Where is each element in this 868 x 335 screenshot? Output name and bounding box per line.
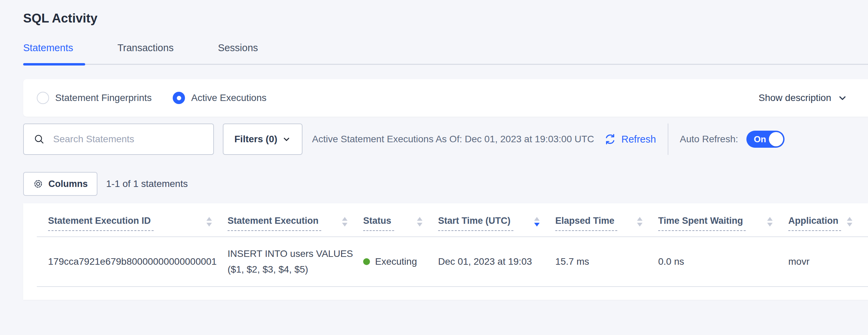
- as-of-timestamp: Active Statement Executions As Of: Dec 0…: [312, 134, 594, 145]
- statements-table: Statement Execution ID Statement Executi…: [23, 203, 868, 300]
- result-count: 1-1 of 1 statements: [106, 178, 188, 189]
- toolbar: Filters (0) Active Statement Executions …: [23, 123, 868, 155]
- divider: [668, 123, 668, 155]
- filters-button[interactable]: Filters (0): [223, 123, 303, 155]
- columns-button-label: Columns: [48, 179, 88, 189]
- status-dot-icon: [363, 258, 370, 265]
- show-description-label: Show description: [759, 92, 831, 103]
- view-mode-card: Statement Fingerprints Active Executions…: [23, 79, 868, 117]
- auto-refresh-label: Auto Refresh:: [680, 134, 738, 145]
- filters-label: Filters (0): [234, 134, 277, 145]
- gear-icon: [33, 178, 44, 189]
- sort-icon[interactable]: [847, 216, 852, 227]
- column-header-status[interactable]: Status: [363, 216, 438, 231]
- status-label: Executing: [375, 256, 417, 267]
- cell-elapsed-time: 15.7 ms: [555, 256, 658, 267]
- column-header-statement-execution-id[interactable]: Statement Execution ID: [23, 216, 228, 231]
- columns-button[interactable]: Columns: [23, 172, 97, 196]
- cell-application: movr: [788, 256, 868, 267]
- chevron-down-icon: [282, 135, 291, 144]
- tab-bar: Statements Transactions Sessions: [23, 42, 868, 65]
- cell-start-time: Dec 01, 2023 at 19:03: [438, 256, 555, 267]
- sort-icon[interactable]: [342, 216, 347, 227]
- table-row[interactable]: 179cca7921e679b80000000000000001 INSERT …: [23, 237, 868, 286]
- column-header-elapsed-time[interactable]: Elapsed Time: [555, 216, 658, 231]
- sort-icon[interactable]: [206, 216, 212, 227]
- radio-active-executions[interactable]: Active Executions: [173, 92, 266, 104]
- refresh-button[interactable]: Refresh: [604, 133, 656, 146]
- refresh-icon: [604, 133, 617, 146]
- tab-sessions[interactable]: Sessions: [218, 42, 270, 64]
- radio-statement-fingerprints[interactable]: Statement Fingerprints: [37, 92, 152, 104]
- show-description-toggle[interactable]: Show description: [759, 92, 848, 103]
- radio-label: Statement Fingerprints: [55, 92, 152, 103]
- cell-statement[interactable]: INSERT INTO users VALUES ($1, $2, $3, $4…: [228, 246, 363, 277]
- table-controls: Columns 1-1 of 1 statements: [23, 172, 868, 196]
- search-input[interactable]: [52, 133, 208, 145]
- sort-icon-active-desc[interactable]: [534, 216, 540, 227]
- sort-icon[interactable]: [417, 216, 422, 227]
- radio-label: Active Executions: [191, 92, 266, 103]
- cell-execution-id[interactable]: 179cca7921e679b80000000000000001: [23, 256, 228, 267]
- auto-refresh-toggle[interactable]: On: [746, 131, 785, 148]
- row-divider: [37, 286, 868, 287]
- refresh-label: Refresh: [621, 134, 656, 145]
- chevron-down-icon: [837, 93, 848, 103]
- search-box[interactable]: [23, 123, 214, 155]
- column-header-statement-execution[interactable]: Statement Execution: [228, 216, 363, 231]
- cell-time-spent-waiting: 0.0 ns: [658, 256, 788, 267]
- cell-status: Executing: [363, 256, 438, 267]
- sort-icon[interactable]: [767, 216, 773, 227]
- column-header-time-spent-waiting[interactable]: Time Spent Waiting: [658, 216, 788, 231]
- table-header-row: Statement Execution ID Statement Executi…: [23, 216, 868, 231]
- sort-icon[interactable]: [637, 216, 642, 227]
- tab-transactions[interactable]: Transactions: [118, 42, 186, 64]
- page-title: SQL Activity: [23, 0, 868, 27]
- toggle-state-label: On: [754, 134, 766, 145]
- search-icon: [33, 133, 45, 145]
- column-header-start-time[interactable]: Start Time (UTC): [438, 216, 555, 231]
- radio-unselected-icon[interactable]: [37, 92, 49, 104]
- sql-activity-page: SQL Activity Statements Transactions Ses…: [0, 0, 868, 335]
- radio-selected-icon[interactable]: [173, 92, 185, 104]
- tab-statements[interactable]: Statements: [23, 42, 85, 64]
- toggle-knob[interactable]: [769, 132, 783, 146]
- column-header-application[interactable]: Application: [788, 216, 868, 231]
